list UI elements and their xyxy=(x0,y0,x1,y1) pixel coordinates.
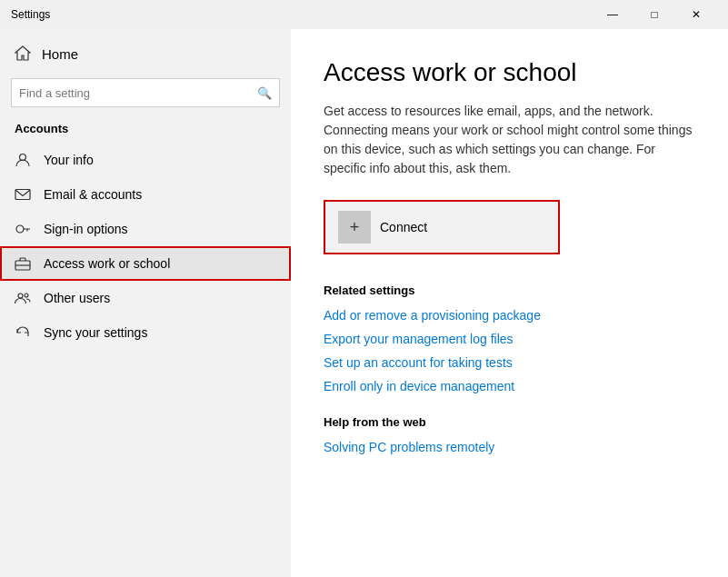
briefcase-icon xyxy=(15,255,31,272)
search-input[interactable] xyxy=(19,86,257,100)
related-link-export[interactable]: Export your management log files xyxy=(324,332,695,346)
related-settings-title: Related settings xyxy=(324,284,695,297)
related-link-provisioning[interactable]: Add or remove a provisioning package xyxy=(324,308,695,323)
related-link-tests[interactable]: Set up an account for taking tests xyxy=(324,355,695,370)
svg-point-5 xyxy=(18,293,23,298)
minimize-button[interactable]: — xyxy=(592,0,633,29)
maximize-button[interactable]: □ xyxy=(633,0,675,29)
sidebar-item-sign-in[interactable]: Sign-in options xyxy=(0,212,291,246)
access-work-label: Access work or school xyxy=(44,256,170,271)
related-settings: Related settings Add or remove a provisi… xyxy=(324,284,695,393)
other-users-label: Other users xyxy=(44,291,110,305)
sync-settings-label: Sync your settings xyxy=(44,325,147,340)
sidebar-search[interactable]: 🔍 xyxy=(11,78,280,107)
main-container: Home 🔍 Accounts Your info xyxy=(0,29,728,577)
key-icon xyxy=(15,221,31,237)
sidebar-item-access-work[interactable]: Access work or school xyxy=(0,246,291,281)
help-title: Help from the web xyxy=(324,415,695,429)
connect-plus-icon: + xyxy=(338,211,371,244)
sync-icon xyxy=(15,324,31,341)
sign-in-label: Sign-in options xyxy=(44,222,128,236)
svg-point-2 xyxy=(16,225,24,233)
search-icon: 🔍 xyxy=(257,86,272,100)
help-link-solving[interactable]: Solving PC problems remotely xyxy=(324,440,695,454)
sidebar-item-email-accounts[interactable]: Email & accounts xyxy=(0,177,291,212)
your-info-label: Your info xyxy=(44,153,94,167)
connect-label: Connect xyxy=(380,220,427,234)
titlebar: Settings — □ ✕ xyxy=(0,0,728,29)
close-button[interactable]: ✕ xyxy=(675,0,717,29)
titlebar-controls: — □ ✕ xyxy=(592,0,717,29)
svg-rect-1 xyxy=(15,190,30,200)
sidebar-item-sync-settings[interactable]: Sync your settings xyxy=(0,315,291,350)
people-icon xyxy=(15,290,31,306)
email-icon xyxy=(15,186,31,203)
page-title: Access work or school xyxy=(324,58,695,87)
email-accounts-label: Email & accounts xyxy=(44,187,142,202)
titlebar-title: Settings xyxy=(11,8,50,21)
sidebar-item-other-users[interactable]: Other users xyxy=(0,281,291,315)
help-section: Help from the web Solving PC problems re… xyxy=(324,415,695,454)
related-link-enroll[interactable]: Enroll only in device management xyxy=(324,379,695,393)
sidebar-item-home[interactable]: Home xyxy=(0,36,291,71)
sidebar-item-your-info[interactable]: Your info xyxy=(0,143,291,177)
connect-button[interactable]: + Connect xyxy=(338,211,427,244)
svg-point-6 xyxy=(25,293,28,297)
home-icon xyxy=(15,45,31,62)
content-description: Get access to resources like email, apps… xyxy=(324,102,695,178)
person-icon xyxy=(15,152,31,168)
content-area: Access work or school Get access to reso… xyxy=(291,29,728,577)
sidebar: Home 🔍 Accounts Your info xyxy=(0,29,291,577)
connect-container: + Connect xyxy=(324,200,560,254)
home-label: Home xyxy=(42,46,78,62)
sidebar-section-title: Accounts xyxy=(0,118,291,143)
